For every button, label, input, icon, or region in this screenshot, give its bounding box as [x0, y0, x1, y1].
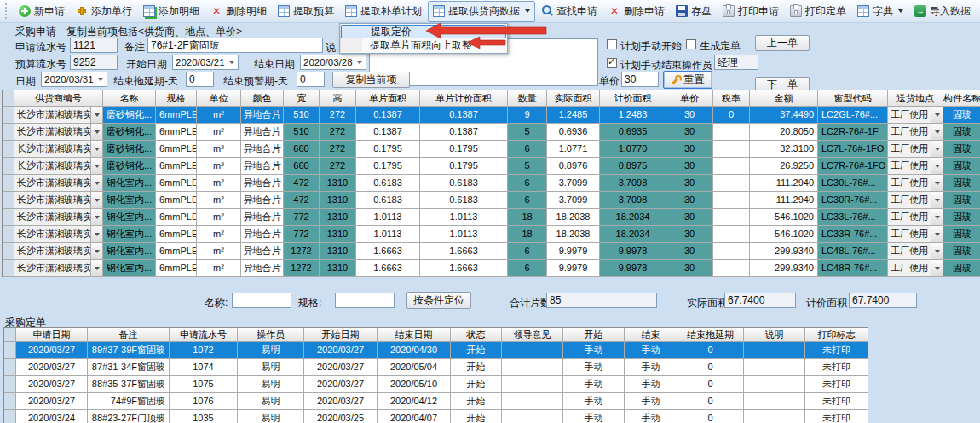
table-row[interactable]: 长沙市潇湘玻璃实...钢化室内...6mmPLE...m²异地合片7721310… [3, 209, 980, 226]
toolbar-button[interactable]: 导入数据 [909, 1, 976, 22]
column-header[interactable]: 单片面积 [356, 90, 420, 107]
column-header[interactable]: 规格 [156, 90, 197, 107]
toolbar-button[interactable]: 提取预算 [273, 1, 339, 22]
chevron-down-icon[interactable] [931, 260, 943, 276]
chevron-down-icon[interactable] [90, 175, 102, 191]
table-cell-combo[interactable]: 长沙市潇湘玻璃实... [14, 124, 103, 141]
table-cell-combo[interactable]: 长沙市潇湘玻璃实... [14, 175, 103, 192]
chevron-down-icon[interactable] [931, 107, 943, 123]
table-cell-combo[interactable]: 长沙市潇湘玻璃实... [14, 243, 103, 260]
table-row[interactable]: 长沙市潇湘玻璃实...钢化室内...6mmPLE...m²异地合片1272131… [3, 260, 980, 277]
date-select[interactable]: 2020/03/31 [41, 72, 107, 87]
table-row[interactable]: 长沙市潇湘玻璃实...钢化室内...6mmPLE...m²异地合片7721310… [3, 226, 980, 243]
delay-days-field[interactable] [186, 72, 214, 87]
table-cell-combo[interactable]: 工厂使用 [888, 209, 943, 226]
column-header[interactable]: 申请流水号 [170, 328, 238, 342]
table-cell-combo[interactable]: 长沙市潇湘玻璃实... [14, 107, 103, 124]
budget-number-field[interactable] [70, 55, 118, 70]
plan-end-checkbox[interactable] [607, 58, 617, 68]
column-header[interactable]: 窗型代码 [818, 90, 888, 107]
column-header[interactable]: 开始日期 [304, 328, 378, 342]
chevron-down-icon[interactable] [90, 107, 102, 123]
table-cell-combo[interactable]: 工厂使用 [888, 243, 943, 260]
locate-button[interactable]: 按条件定位 [406, 292, 471, 309]
toolbar-button[interactable]: 打印申请 [718, 1, 784, 22]
table-row[interactable]: 长沙市潇湘玻璃实...钢化室内...6mmPLE...m²异地合片1272131… [3, 243, 980, 260]
column-header[interactable]: 结束拖延期 [677, 328, 744, 342]
table-cell-combo[interactable]: 长沙市潇湘玻璃实... [14, 260, 103, 277]
column-header[interactable]: 说明 [744, 328, 805, 342]
column-header[interactable]: 单片计价面积 [420, 90, 508, 107]
serial-number-field[interactable] [70, 38, 118, 53]
chevron-down-icon[interactable] [90, 209, 102, 225]
toolbar-button[interactable]: 字典 [852, 1, 908, 22]
chevron-down-icon[interactable] [90, 141, 102, 157]
column-header[interactable]: 高 [320, 90, 356, 107]
table-cell-combo[interactable]: 工厂使用 [888, 124, 943, 141]
menu-item[interactable]: 提取单片面积向上取整 [341, 38, 506, 52]
chevron-down-icon[interactable] [931, 141, 943, 157]
chevron-down-icon[interactable] [931, 243, 943, 259]
table-row[interactable]: 长沙市潇湘玻璃实...钢化室内...6mmPLE...m²异地合片4721310… [3, 192, 980, 209]
toolbar-button[interactable]: 删除申请 [603, 1, 670, 22]
toolbar-button[interactable]: 删除明细 [205, 1, 272, 22]
column-header[interactable]: 单位 [197, 90, 241, 107]
start-date-select[interactable]: 2020/03/21 [172, 55, 239, 70]
table-cell-combo[interactable]: 工厂使用 [888, 226, 943, 243]
copy-current-button[interactable]: 复制当前项 [332, 72, 410, 88]
table-cell-combo[interactable]: 长沙市潇湘玻璃实... [14, 192, 103, 209]
column-header[interactable]: 实际面积 [547, 90, 600, 107]
operator-field[interactable] [714, 55, 758, 70]
unit-price-field[interactable] [621, 72, 659, 87]
toolbar-button[interactable]: 新申请 [14, 1, 70, 22]
column-header[interactable]: 税率 [713, 90, 750, 107]
menu-item[interactable]: 提取定价 [341, 25, 506, 38]
table-cell-combo[interactable]: 工厂使用 [888, 107, 943, 124]
toolbar-button[interactable]: 提取供货商数据 [428, 1, 535, 22]
toolbar-button[interactable]: 添加单行 [71, 1, 137, 22]
table-cell-combo[interactable]: 长沙市潇湘玻璃实... [14, 209, 103, 226]
reset-button[interactable]: 重置 [663, 71, 712, 89]
column-header[interactable]: 构件名称 [943, 90, 980, 107]
table-cell-combo[interactable]: 长沙市潇湘玻璃实... [14, 158, 103, 175]
table-row[interactable]: 长沙市潇湘玻璃实...钢化室内...6mmPLE...m²异地合片4721310… [3, 175, 980, 192]
table-row[interactable]: 长沙市潇湘玻璃实...磨砂钢化...6mmPLE...m²异地合片5102720… [3, 107, 980, 124]
chevron-down-icon[interactable] [90, 192, 102, 208]
table-row[interactable]: 2020/03/2788#35-37F窗固玻1075易明2020/03/2720… [4, 376, 868, 393]
column-header[interactable]: 供货商编号 [14, 90, 103, 107]
column-header[interactable]: 操作员 [238, 328, 304, 342]
column-header[interactable]: 计价面积 [600, 90, 666, 107]
column-header[interactable]: 数量 [508, 90, 547, 107]
chevron-down-icon[interactable] [931, 158, 943, 174]
table-cell-combo[interactable]: 长沙市潇湘玻璃实... [14, 226, 103, 243]
column-header[interactable]: 领导意见 [502, 328, 563, 342]
column-header[interactable]: 结束日期 [378, 328, 451, 342]
column-header[interactable]: 备注 [88, 328, 170, 342]
table-row[interactable]: 长沙市潇湘玻璃实...磨砂钢化...6mmPLE...m²异地合片6602720… [3, 141, 980, 158]
end-date-select[interactable]: 2020/03/28 [300, 55, 366, 70]
table-row[interactable]: 2020/03/2787#31-34F窗固玻1074易明2020/03/2720… [4, 359, 868, 376]
gen-order-checkbox[interactable] [686, 39, 696, 49]
chevron-down-icon[interactable] [90, 158, 102, 174]
chevron-down-icon[interactable] [90, 226, 102, 242]
table-cell-combo[interactable]: 工厂使用 [888, 158, 943, 175]
column-header[interactable]: 宽 [284, 90, 320, 107]
table-row[interactable]: 2020/03/2789#37-39F窗固玻1072易明2020/03/2720… [4, 342, 868, 359]
column-header[interactable]: 金额 [750, 90, 818, 107]
column-header[interactable]: 颜色 [241, 90, 284, 107]
column-header[interactable]: 单价 [666, 90, 713, 107]
toolbar-button[interactable]: 提取补单计划 [340, 1, 427, 22]
column-header[interactable]: 送货地点 [888, 90, 943, 107]
chevron-down-icon[interactable] [931, 124, 943, 140]
table-row[interactable]: 2020/03/2774#9F窗固玻1076易明2020/03/272020/0… [4, 393, 868, 410]
table-cell-combo[interactable]: 工厂使用 [888, 141, 943, 158]
column-header[interactable]: 状态 [451, 328, 502, 342]
chevron-down-icon[interactable] [931, 175, 943, 191]
table-cell-combo[interactable]: 工厂使用 [888, 260, 943, 277]
table-row[interactable]: 长沙市潇湘玻璃实...磨砂钢化...6mmPLE...m²异地合片5102720… [3, 124, 980, 141]
toolbar-button[interactable]: 查找申请 [536, 1, 602, 22]
remark-field[interactable] [147, 38, 323, 53]
table-cell-combo[interactable]: 长沙市潇湘玻璃实... [14, 141, 103, 158]
prev-order-button[interactable]: 上一单 [755, 35, 810, 51]
column-header[interactable]: 名称 [103, 90, 156, 107]
